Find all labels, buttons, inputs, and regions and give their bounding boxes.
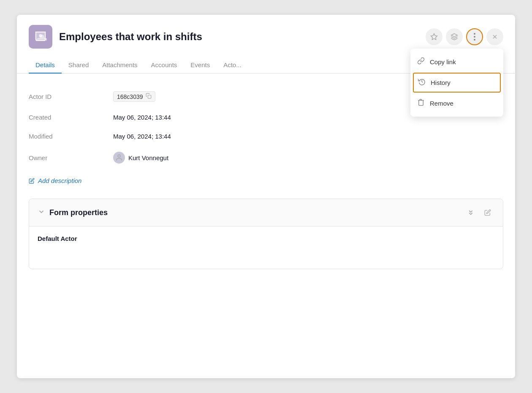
add-description-text: Add description <box>38 177 81 184</box>
copy-icon[interactable] <box>146 93 152 100</box>
panel-header: Employees that work in shifts <box>17 15 515 49</box>
main-panel: Employees that work in shifts <box>17 15 515 378</box>
dropdown-item-copy-link[interactable]: Copy link <box>410 52 503 72</box>
actor-id-label: Actor ID <box>29 93 113 100</box>
tab-acto[interactable]: Acto... <box>217 57 248 74</box>
edit-icon <box>484 209 491 216</box>
field-row-owner: Owner Kurt Vonnegut <box>29 146 503 169</box>
trash-icon <box>417 98 425 108</box>
history-icon <box>418 78 426 87</box>
tab-attachments[interactable]: Attachments <box>95 57 144 74</box>
svg-marker-3 <box>451 34 458 37</box>
tab-details[interactable]: Details <box>29 57 62 74</box>
remove-label: Remove <box>430 100 453 107</box>
created-label: Created <box>29 114 113 121</box>
entity-title: Employees that work in shifts <box>59 31 202 43</box>
owner-name: Kurt Vonnegut <box>128 154 168 161</box>
copy-link-label: Copy link <box>430 58 456 66</box>
history-label: History <box>431 79 451 86</box>
svg-rect-6 <box>148 95 151 98</box>
actor-id-value: 168c3039 <box>113 91 155 102</box>
form-properties-expand-button[interactable] <box>464 206 478 219</box>
add-description-link[interactable]: Add description <box>29 173 503 188</box>
actor-id-badge: 168c3039 <box>113 91 155 102</box>
owner-label: Owner <box>29 154 113 161</box>
field-row-modified: Modified May 06, 2024; 13:44 <box>29 127 503 146</box>
entity-avatar <box>29 25 52 49</box>
svg-marker-2 <box>431 34 437 40</box>
modified-label: Modified <box>29 133 113 140</box>
pencil-icon <box>29 178 35 184</box>
favorite-button[interactable] <box>426 28 442 45</box>
layers-button[interactable] <box>446 28 463 45</box>
form-properties-body: Default Actor <box>29 227 503 269</box>
modified-value: May 06, 2024; 13:44 <box>113 133 171 140</box>
dropdown-menu: Copy link History Remove <box>410 49 503 117</box>
owner-avatar <box>113 152 125 164</box>
more-options-button[interactable] <box>466 28 483 45</box>
entity-avatar-icon <box>34 30 47 43</box>
dropdown-item-remove[interactable]: Remove <box>410 93 503 113</box>
close-icon <box>491 33 498 40</box>
form-properties-actions <box>464 206 494 219</box>
form-properties-title: Form properties <box>49 208 108 217</box>
layers-icon <box>451 33 458 41</box>
tab-shared[interactable]: Shared <box>62 57 95 74</box>
link-icon <box>417 57 425 67</box>
svg-point-1 <box>39 34 42 38</box>
form-properties-title-area: Form properties <box>38 208 108 217</box>
double-chevron-icon <box>467 209 475 216</box>
header-actions <box>426 28 503 45</box>
tab-events[interactable]: Events <box>184 57 217 74</box>
chevron-down-icon[interactable] <box>38 208 45 217</box>
star-icon <box>430 33 438 41</box>
default-actor-label: Default Actor <box>38 235 77 242</box>
form-properties-header: Form properties <box>29 199 503 227</box>
svg-point-7 <box>118 155 120 157</box>
tab-accounts[interactable]: Accounts <box>144 57 184 74</box>
dropdown-item-history[interactable]: History <box>413 73 501 93</box>
three-dots-icon <box>474 33 475 41</box>
actor-id-text: 168c3039 <box>117 93 143 100</box>
form-properties-section: Form properties <box>29 199 503 269</box>
form-properties-edit-button[interactable] <box>481 206 494 219</box>
header-left: Employees that work in shifts <box>29 25 202 49</box>
owner-value: Kurt Vonnegut <box>113 152 168 164</box>
owner-avatar-icon <box>115 154 123 161</box>
created-value: May 06, 2024; 13:44 <box>113 114 171 121</box>
close-button[interactable] <box>486 28 503 45</box>
